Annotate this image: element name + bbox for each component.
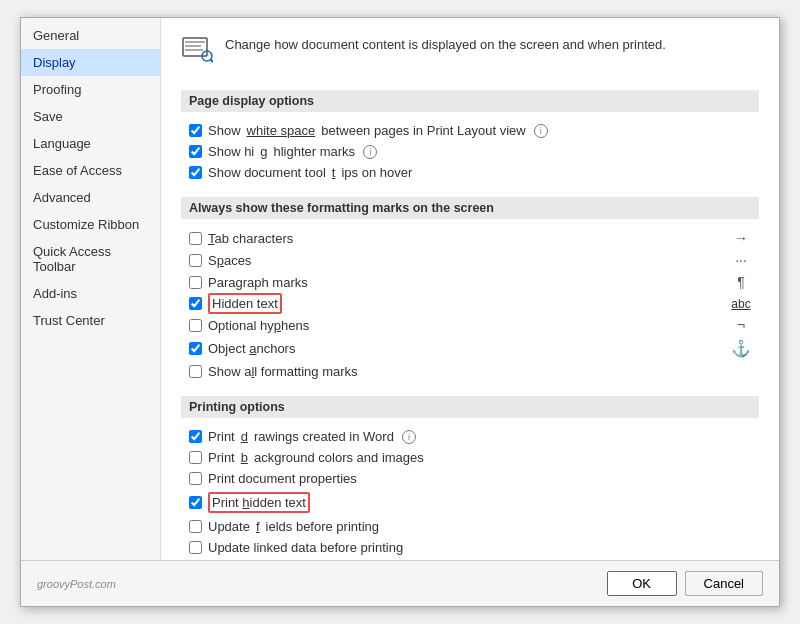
svg-line-5: [211, 60, 214, 63]
label-updatelinked[interactable]: Update linked data before printing: [208, 540, 403, 555]
printing-header: Printing options: [181, 396, 759, 418]
checkbox-hyphens[interactable]: [189, 319, 202, 332]
page-display-header: Page display options: [181, 90, 759, 112]
checkbox-tab[interactable]: [189, 232, 202, 245]
label-drawings[interactable]: Print drawings created in Word i: [208, 429, 416, 444]
formatting-marks-section: Always show these formatting marks on th…: [181, 197, 759, 382]
sidebar-item-proofing[interactable]: Proofing: [21, 76, 160, 103]
option-docprops: Print document properties: [181, 468, 759, 489]
checkbox-allmarks[interactable]: [189, 365, 202, 378]
checkbox-printhidden[interactable]: [189, 496, 202, 509]
info-highlighter[interactable]: i: [363, 145, 377, 159]
main-panel: Change how document content is displayed…: [161, 18, 779, 560]
checkbox-tooltips[interactable]: [189, 166, 202, 179]
label-docprops[interactable]: Print document properties: [208, 471, 357, 486]
sidebar: General Display Proofing Save Language E…: [21, 18, 161, 560]
label-tooltips[interactable]: Show document tooltips on hover: [208, 165, 412, 180]
ok-button[interactable]: OK: [607, 571, 677, 596]
header-text: Change how document content is displayed…: [225, 34, 666, 54]
option-hidden-text: Hidden text abc: [181, 293, 759, 314]
option-paragraph: Paragraph marks ¶: [181, 271, 759, 293]
checkbox-anchors[interactable]: [189, 342, 202, 355]
watermark: groovyPost.com: [37, 578, 599, 590]
option-updatefields: Update fields before printing: [181, 516, 759, 537]
info-whitespace[interactable]: i: [534, 124, 548, 138]
symbol-hidden-text: abc: [731, 297, 751, 311]
option-printhidden: Print hidden text: [181, 489, 759, 516]
option-anchors: Object anchors ⚓: [181, 336, 759, 361]
sidebar-item-trust[interactable]: Trust Center: [21, 307, 160, 334]
display-icon: [181, 34, 213, 66]
option-drawings: Print drawings created in Word i: [181, 426, 759, 447]
label-allmarks[interactable]: Show all formatting marks: [208, 364, 358, 379]
label-hyphens[interactable]: Optional hyphens: [208, 318, 309, 333]
option-spaces: Spaces ···: [181, 249, 759, 271]
symbol-tab: →: [731, 230, 751, 246]
symbol-paragraph: ¶: [731, 274, 751, 290]
label-bgcolor[interactable]: Print background colors and images: [208, 450, 424, 465]
label-tab[interactable]: Tab characters: [208, 231, 293, 246]
printing-section: Printing options Print drawings created …: [181, 396, 759, 558]
checkbox-hidden-text[interactable]: [189, 297, 202, 310]
label-whitespace[interactable]: Show white space between pages in Print …: [208, 123, 548, 138]
option-allmarks: Show all formatting marks: [181, 361, 759, 382]
label-paragraph[interactable]: Paragraph marks: [208, 275, 308, 290]
sidebar-item-ease[interactable]: Ease of Access: [21, 157, 160, 184]
word-options-dialog: General Display Proofing Save Language E…: [20, 17, 780, 607]
sidebar-item-save[interactable]: Save: [21, 103, 160, 130]
dialog-body: General Display Proofing Save Language E…: [21, 18, 779, 560]
symbol-hyphens: ¬: [731, 317, 751, 333]
formatting-marks-header: Always show these formatting marks on th…: [181, 197, 759, 219]
sidebar-item-addins[interactable]: Add-ins: [21, 280, 160, 307]
symbol-anchors: ⚓: [731, 339, 751, 358]
sidebar-item-advanced[interactable]: Advanced: [21, 184, 160, 211]
label-anchors[interactable]: Object anchors: [208, 341, 295, 356]
label-highlighter[interactable]: Show highlighter marks i: [208, 144, 377, 159]
option-bgcolor: Print background colors and images: [181, 447, 759, 468]
sidebar-item-language[interactable]: Language: [21, 130, 160, 157]
checkbox-highlighter[interactable]: [189, 145, 202, 158]
sidebar-item-ribbon[interactable]: Customize Ribbon: [21, 211, 160, 238]
checkbox-whitespace[interactable]: [189, 124, 202, 137]
header-description: Change how document content is displayed…: [181, 34, 759, 74]
dialog-footer: groovyPost.com OK Cancel: [21, 560, 779, 606]
option-tooltips: Show document tooltips on hover: [181, 162, 759, 183]
label-hidden-text[interactable]: Hidden text: [208, 296, 282, 311]
page-display-section: Page display options Show white space be…: [181, 90, 759, 183]
checkbox-docprops[interactable]: [189, 472, 202, 485]
sidebar-item-general[interactable]: General: [21, 22, 160, 49]
option-hyphens: Optional hyphens ¬: [181, 314, 759, 336]
checkbox-paragraph[interactable]: [189, 276, 202, 289]
checkbox-updatefields[interactable]: [189, 520, 202, 533]
label-spaces[interactable]: Spaces: [208, 253, 251, 268]
label-printhidden[interactable]: Print hidden text: [208, 492, 310, 513]
label-updatefields[interactable]: Update fields before printing: [208, 519, 379, 534]
option-highlighter: Show highlighter marks i: [181, 141, 759, 162]
option-whitespace: Show white space between pages in Print …: [181, 120, 759, 141]
cancel-button[interactable]: Cancel: [685, 571, 763, 596]
symbol-spaces: ···: [731, 252, 751, 268]
checkbox-updatelinked[interactable]: [189, 541, 202, 554]
info-drawings[interactable]: i: [402, 430, 416, 444]
checkbox-spaces[interactable]: [189, 254, 202, 267]
option-updatelinked: Update linked data before printing: [181, 537, 759, 558]
checkbox-bgcolor[interactable]: [189, 451, 202, 464]
checkbox-drawings[interactable]: [189, 430, 202, 443]
sidebar-item-qat[interactable]: Quick Access Toolbar: [21, 238, 160, 280]
sidebar-item-display[interactable]: Display: [21, 49, 160, 76]
option-tab: Tab characters →: [181, 227, 759, 249]
